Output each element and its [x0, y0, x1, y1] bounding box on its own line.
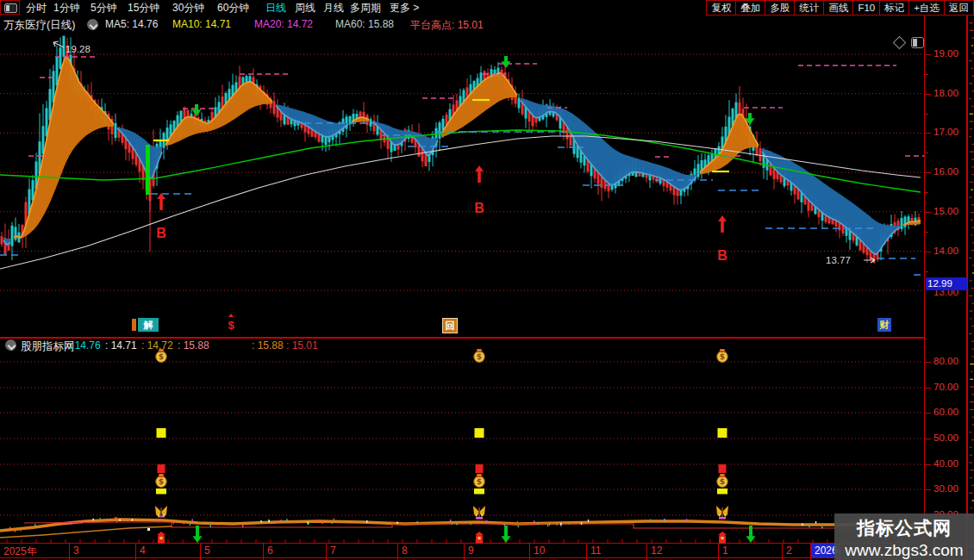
time-label-1: 3: [73, 544, 79, 557]
time-label-9: 11: [590, 544, 601, 557]
time-cell-12[interactable]: 2: [783, 544, 811, 557]
time-label-3: 5: [204, 544, 210, 557]
svg-text:$: $: [477, 477, 482, 486]
app-window: 分时1分钟5分钟15分钟30分钟60分钟日线周线月线多周期更多 > 复权叠加多股…: [0, 0, 974, 560]
buy-marker-2: B: [717, 215, 727, 263]
sub-sell-arrow-0: [193, 526, 203, 543]
shortcut-icon-jie[interactable]: 解: [138, 318, 159, 332]
time-cell-0[interactable]: 2025年: [0, 544, 70, 557]
time-cell-4[interactable]: 6: [264, 544, 327, 557]
peak-price-label: 19.28: [66, 44, 91, 54]
svg-text:B: B: [474, 201, 484, 215]
price-label-0: 19.00: [933, 48, 958, 59]
price-label-1: 18.00: [933, 88, 958, 98]
time-label-12: 2: [786, 544, 792, 557]
shortcut-icon-dollar[interactable]: $: [226, 318, 236, 332]
price-label-2: 17.00: [933, 127, 958, 137]
time-axis[interactable]: 2025年3456789101112122026: [0, 543, 924, 558]
time-label-4: 6: [267, 544, 273, 557]
indicator-title: 股朋指标网: [21, 339, 75, 354]
time-cell-8[interactable]: 10: [530, 544, 587, 557]
time-cell-7[interactable]: 9: [465, 544, 530, 557]
time-cell-9[interactable]: 11: [587, 544, 647, 557]
svg-text:$: $: [720, 477, 725, 486]
svg-text:$: $: [477, 352, 482, 361]
action-button-8[interactable]: 返回: [944, 0, 974, 16]
buy-marker-0: B: [156, 193, 166, 240]
time-cell-2[interactable]: 4: [136, 544, 201, 557]
time-label-10: 12: [651, 544, 662, 557]
svg-text:B: B: [156, 226, 166, 240]
shortcut-icon-cai[interactable]: 财: [877, 318, 891, 332]
svg-text:$: $: [159, 477, 164, 486]
indicator-value-0: : 14.76: [69, 339, 101, 352]
sub-chart-header: 股朋指标网 : 14.76: 14.71: 14.72: 15.88: 15.8…: [0, 339, 922, 352]
low-price-label: 13.77: [826, 255, 851, 265]
sub-axis-label-1: 70.00: [933, 382, 958, 392]
sub-axis-label-2: 60.00: [933, 407, 958, 417]
time-label-7: 9: [468, 544, 474, 557]
indicator-value-5: : 15.01: [286, 339, 318, 352]
event-column-0: $$: [155, 350, 167, 544]
time-label-11: 1: [722, 544, 728, 557]
sub-axis-label-4: 40.00: [933, 458, 958, 469]
time-label-6: 8: [402, 544, 408, 557]
price-label-5: 14.00: [933, 246, 958, 256]
svg-text:$: $: [159, 352, 164, 361]
sub-axis-label-0: 80.00: [933, 356, 958, 366]
right-edge-strip[interactable]: [967, 16, 974, 560]
main-price-axis: 12.99 13.00 19.0018.0017.0016.0015.0014.…: [924, 16, 967, 337]
current-price-badge: 12.99: [926, 277, 969, 290]
time-cell-11[interactable]: 1: [719, 544, 783, 557]
time-label-2: 4: [140, 544, 146, 557]
event-column-1: $$: [473, 350, 485, 544]
price-label-4: 15.00: [933, 206, 958, 216]
buy-marker-1: B: [474, 165, 484, 215]
time-cell-10[interactable]: 12: [647, 544, 719, 557]
shortcut-icon-hui[interactable]: 回: [442, 318, 458, 333]
svg-text:$: $: [720, 352, 725, 361]
time-label-0: 2025年: [3, 544, 37, 559]
price-label-3: 16.00: [933, 166, 958, 177]
sell-arrow-0: [192, 104, 202, 116]
time-cell-3[interactable]: 5: [201, 544, 264, 557]
indicator-value-1: : 14.71: [105, 339, 137, 352]
sub-chart-canvas[interactable]: $$$$$$: [0, 337, 924, 560]
time-cell-6[interactable]: 8: [398, 544, 465, 557]
time-label-8: 10: [534, 544, 545, 557]
sub-sell-arrow-1: [502, 526, 511, 543]
watermark-line1: 指标公式网: [834, 516, 974, 540]
indicator-value-2: : 14.72: [141, 339, 173, 352]
event-column-2: $$: [716, 350, 728, 544]
sub-axis-label-3: 50.00: [933, 432, 958, 443]
svg-text:B: B: [717, 248, 727, 263]
sub-axis-label-5: 30.00: [933, 483, 958, 494]
green-volume-bar: [146, 145, 150, 195]
main-chart-canvas[interactable]: BBB: [0, 0, 924, 337]
watermark: 指标公式网 www.zbgs3.com: [834, 513, 974, 560]
time-label-5: 7: [330, 544, 336, 557]
indicator-value-3: : 15.88: [178, 339, 209, 352]
chevron-down-icon[interactable]: [5, 339, 16, 351]
time-cell-1[interactable]: 3: [70, 544, 136, 557]
watermark-line2: www.zbgs3.com: [834, 541, 974, 560]
sub-sell-arrow-2: [746, 526, 756, 543]
sell-arrow-1: [502, 56, 511, 68]
time-cell-5[interactable]: 7: [327, 544, 398, 557]
indicator-value-4: : 15.88: [252, 339, 284, 352]
right-strip-marks: [968, 16, 974, 560]
flat-band: [0, 520, 921, 531]
